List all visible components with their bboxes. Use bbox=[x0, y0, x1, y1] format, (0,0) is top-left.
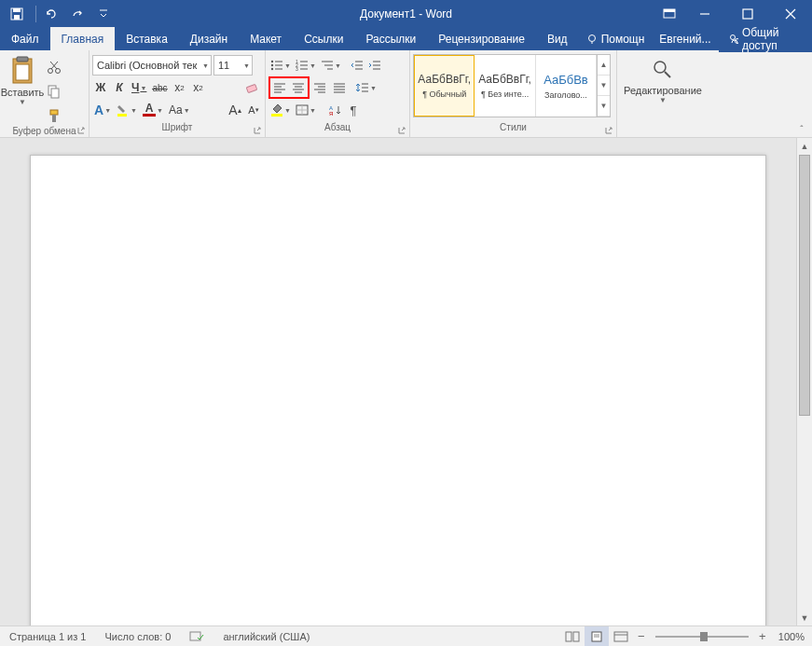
window-controls bbox=[655, 0, 812, 27]
tab-home[interactable]: Главная bbox=[50, 27, 116, 50]
tab-view[interactable]: Вид bbox=[536, 27, 579, 50]
collapse-ribbon-button[interactable]: ˆ bbox=[795, 123, 808, 136]
justify-button[interactable] bbox=[330, 78, 349, 97]
subscript-button[interactable]: x2 bbox=[172, 78, 188, 97]
format-painter-button[interactable] bbox=[44, 105, 64, 126]
svg-rect-1 bbox=[13, 8, 21, 12]
style-normal[interactable]: АаБбВвГг, ¶ Обычный bbox=[414, 55, 475, 117]
zoom-out-button[interactable]: − bbox=[633, 626, 650, 647]
font-name-combo[interactable]: Calibri (Основной тек ▼ bbox=[92, 55, 212, 76]
show-marks-button[interactable]: ¶ bbox=[345, 101, 362, 119]
redo-button[interactable] bbox=[66, 3, 89, 25]
sort-button[interactable]: AЯ bbox=[327, 101, 344, 119]
group-label-paragraph: Абзац bbox=[268, 122, 406, 137]
numbering-button[interactable]: 123▼ bbox=[294, 56, 318, 75]
group-label-styles: Стили bbox=[413, 122, 613, 137]
close-button[interactable] bbox=[769, 0, 812, 27]
italic-button[interactable]: К bbox=[111, 78, 128, 97]
gallery-more-button[interactable]: ▼ bbox=[598, 96, 610, 117]
group-editing: Редактирование ▼ bbox=[617, 50, 709, 137]
increase-indent-button[interactable] bbox=[366, 56, 383, 75]
superscript-button[interactable]: x2 bbox=[190, 78, 207, 97]
underline-button[interactable]: Ч▼ bbox=[130, 78, 148, 97]
undo-button[interactable] bbox=[40, 3, 62, 25]
view-web-layout-button[interactable] bbox=[609, 626, 633, 647]
tell-me-label: Помощн bbox=[601, 33, 645, 46]
font-size-combo[interactable]: 11 ▼ bbox=[213, 55, 253, 76]
window-title: Документ1 - Word bbox=[360, 7, 452, 21]
zoom-in-button[interactable]: + bbox=[754, 626, 771, 647]
font-name-value: Calibri (Основной тек bbox=[97, 60, 197, 71]
scroll-down-button[interactable]: ▼ bbox=[797, 610, 812, 625]
tab-file[interactable]: Файл bbox=[0, 27, 50, 50]
scissors-icon bbox=[47, 60, 62, 75]
highlight-button[interactable]: ▼ bbox=[115, 101, 139, 119]
highlight-icon bbox=[117, 103, 130, 117]
strikethrough-button[interactable]: abc bbox=[150, 78, 169, 97]
scroll-up-button[interactable]: ▲ bbox=[797, 138, 812, 154]
tell-me-button[interactable]: Помощн bbox=[579, 33, 653, 46]
paragraph-dialog-launcher[interactable] bbox=[395, 124, 407, 136]
text-effects-button[interactable]: A▼ bbox=[92, 101, 113, 119]
paste-button[interactable]: Вставить ▼ bbox=[3, 53, 42, 106]
tab-mailings[interactable]: Рассылки bbox=[354, 27, 427, 50]
decrease-indent-button[interactable] bbox=[349, 56, 365, 75]
quick-access-toolbar bbox=[0, 0, 118, 27]
status-spellcheck[interactable] bbox=[180, 626, 213, 646]
gallery-up-button[interactable]: ▲ bbox=[598, 55, 610, 76]
tab-review[interactable]: Рецензирование bbox=[427, 27, 536, 50]
tab-references[interactable]: Ссылки bbox=[293, 27, 354, 50]
maximize-button[interactable] bbox=[726, 0, 769, 27]
scroll-thumb[interactable] bbox=[799, 155, 810, 416]
save-button[interactable] bbox=[6, 3, 28, 25]
status-page[interactable]: Страница 1 из 1 bbox=[0, 626, 95, 646]
view-print-layout-button[interactable] bbox=[585, 626, 609, 647]
shading-button[interactable]: ▼ bbox=[268, 101, 293, 119]
view-read-mode-button[interactable] bbox=[560, 626, 585, 647]
chevron-down-icon: ▼ bbox=[131, 107, 137, 114]
clipboard-dialog-launcher[interactable] bbox=[75, 124, 87, 136]
tab-insert[interactable]: Вставка bbox=[115, 27, 179, 50]
vertical-scrollbar[interactable]: ▲ ▼ bbox=[796, 138, 812, 625]
copy-button[interactable] bbox=[44, 81, 64, 102]
shrink-font-button[interactable]: A▾ bbox=[245, 101, 262, 119]
font-size-value: 11 bbox=[218, 60, 229, 71]
font-color-button[interactable]: A▼ bbox=[141, 101, 165, 119]
paint-bucket-icon bbox=[270, 103, 283, 117]
editing-menu-button[interactable]: Редактирование ▼ bbox=[620, 53, 706, 104]
zoom-thumb[interactable] bbox=[700, 632, 708, 641]
styles-dialog-launcher[interactable] bbox=[602, 124, 614, 136]
tab-design[interactable]: Дизайн bbox=[179, 27, 239, 50]
borders-button[interactable]: ▼ bbox=[294, 101, 318, 119]
align-left-button[interactable] bbox=[270, 78, 289, 97]
tab-layout[interactable]: Макет bbox=[239, 27, 293, 50]
status-language[interactable]: английский (США) bbox=[213, 626, 319, 646]
gallery-down-button[interactable]: ▼ bbox=[598, 76, 610, 96]
minimize-button[interactable] bbox=[683, 0, 726, 27]
grow-font-button[interactable]: A▴ bbox=[227, 101, 243, 119]
cut-button[interactable] bbox=[44, 57, 64, 77]
style-preview: АаБбВвГг, bbox=[478, 73, 531, 86]
bold-button[interactable]: Ж bbox=[92, 78, 109, 97]
bullets-button[interactable]: ▼ bbox=[268, 56, 293, 75]
style-heading1[interactable]: АаБбВв Заголово... bbox=[536, 55, 597, 117]
ribbon-display-options-button[interactable] bbox=[655, 0, 683, 27]
print-layout-icon bbox=[589, 631, 604, 642]
change-case-button[interactable]: Aa▼ bbox=[167, 101, 192, 119]
qat-customize-button[interactable] bbox=[92, 3, 115, 25]
status-word-count[interactable]: Число слов: 0 bbox=[95, 626, 180, 646]
align-right-button[interactable] bbox=[310, 78, 329, 97]
zoom-slider[interactable] bbox=[655, 626, 749, 647]
align-center-button[interactable] bbox=[289, 78, 308, 97]
zoom-percent[interactable]: 100% bbox=[771, 631, 812, 642]
user-account-button[interactable]: Евгений... bbox=[652, 33, 718, 46]
document-page[interactable] bbox=[30, 155, 766, 625]
share-button[interactable]: Общий доступ bbox=[719, 26, 812, 52]
line-spacing-button[interactable]: ▼ bbox=[354, 78, 378, 97]
multilevel-list-button[interactable]: ▼ bbox=[319, 56, 343, 75]
styles-gallery-scroll: ▲ ▼ ▼ bbox=[597, 55, 610, 117]
font-dialog-launcher[interactable] bbox=[251, 124, 263, 136]
clear-formatting-button[interactable] bbox=[243, 78, 262, 97]
ribbon-tabs: Файл Главная Вставка Дизайн Макет Ссылки… bbox=[0, 27, 812, 50]
style-no-spacing[interactable]: АаБбВвГг, ¶ Без инте... bbox=[475, 55, 535, 117]
